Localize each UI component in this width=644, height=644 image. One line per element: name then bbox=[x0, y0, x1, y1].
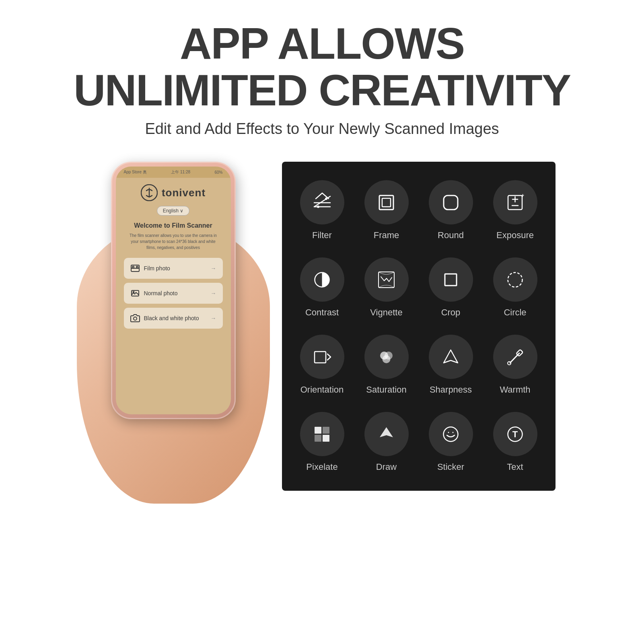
text-circle: T bbox=[493, 412, 537, 456]
svg-point-6 bbox=[133, 292, 134, 293]
saturation-icon bbox=[375, 346, 397, 368]
phone-screen: App Store 奥 上午 11:28 60% bbox=[116, 167, 231, 414]
logo-icon bbox=[141, 184, 158, 201]
pixelate-label: Pixelate bbox=[306, 462, 337, 472]
icon-item-sharpness[interactable]: Sharpness bbox=[419, 328, 483, 401]
svg-text:+: + bbox=[521, 193, 524, 198]
warmth-circle bbox=[493, 335, 537, 379]
circle-icon bbox=[504, 269, 526, 291]
language-label: English ∨ bbox=[163, 208, 184, 214]
svg-line-8 bbox=[316, 193, 322, 199]
icon-item-vignette[interactable]: Vignette bbox=[354, 251, 419, 324]
normal-photo-icon bbox=[130, 288, 140, 298]
icon-item-pixelate[interactable]: Pixelate bbox=[290, 405, 354, 479]
svg-point-27 bbox=[508, 272, 523, 287]
svg-point-41 bbox=[444, 427, 458, 441]
icon-item-saturation[interactable]: Saturation bbox=[354, 328, 419, 401]
icon-item-exposure[interactable]: + Exposure bbox=[483, 174, 547, 247]
svg-point-31 bbox=[383, 355, 391, 363]
svg-point-7 bbox=[134, 317, 137, 320]
text-icon: T bbox=[504, 423, 526, 445]
draw-icon bbox=[375, 423, 397, 445]
logo-text: tonivent bbox=[162, 187, 206, 199]
menu-item-bw[interactable]: Black and white photo → bbox=[124, 308, 223, 329]
draw-circle bbox=[364, 412, 409, 456]
language-dropdown[interactable]: English ∨ bbox=[157, 206, 190, 216]
menu-item-film[interactable]: Film photo → bbox=[124, 258, 223, 279]
menu-item-normal[interactable]: Normal photo → bbox=[124, 283, 223, 304]
film-icon bbox=[130, 263, 140, 273]
svg-rect-26 bbox=[445, 274, 457, 286]
bw-photo-icon bbox=[130, 313, 140, 323]
svg-rect-37 bbox=[323, 427, 329, 434]
svg-rect-38 bbox=[315, 435, 321, 442]
icon-item-frame[interactable]: Frame bbox=[354, 174, 419, 247]
icon-item-circle[interactable]: Circle bbox=[483, 251, 547, 324]
app-logo: tonivent bbox=[141, 184, 206, 201]
bw-photo-label: Black and white photo bbox=[144, 315, 199, 321]
sticker-label: Sticker bbox=[437, 462, 464, 472]
icon-item-orientation[interactable]: Orientation bbox=[290, 328, 354, 401]
bw-arrow: → bbox=[211, 315, 216, 321]
svg-text:T: T bbox=[512, 429, 518, 439]
svg-rect-16 bbox=[382, 198, 391, 207]
filter-circle bbox=[300, 180, 344, 224]
svg-rect-3 bbox=[136, 266, 138, 268]
svg-marker-40 bbox=[380, 427, 393, 437]
pixelate-circle bbox=[300, 412, 344, 456]
title-line2: UNLIMITED CREATIVITY bbox=[74, 65, 570, 115]
exposure-label: Exposure bbox=[496, 230, 534, 241]
exposure-circle: + bbox=[493, 180, 537, 224]
normal-photo-label: Normal photo bbox=[144, 290, 178, 296]
exposure-icon: + bbox=[504, 191, 526, 214]
text-label: Text bbox=[507, 462, 523, 472]
icons-panel: Filter Frame Round bbox=[282, 162, 556, 491]
filter-icon bbox=[311, 191, 333, 214]
svg-point-13 bbox=[325, 198, 327, 200]
svg-rect-39 bbox=[323, 435, 329, 442]
status-bar-right: 60% bbox=[214, 170, 222, 175]
status-bar-left: App Store 奥 bbox=[124, 169, 147, 175]
crop-label: Crop bbox=[441, 307, 461, 318]
icon-item-text[interactable]: T Text bbox=[483, 405, 547, 479]
phone-hand-area: App Store 奥 上午 11:28 60% bbox=[89, 162, 258, 504]
welcome-desc: The film scanner allows you to use the c… bbox=[124, 232, 223, 251]
icon-item-round[interactable]: Round bbox=[419, 174, 483, 247]
svg-rect-28 bbox=[315, 352, 326, 363]
saturation-circle bbox=[364, 335, 409, 379]
pixelate-icon bbox=[311, 423, 333, 445]
round-icon bbox=[440, 191, 462, 214]
svg-rect-36 bbox=[315, 427, 321, 434]
icon-item-sticker[interactable]: Sticker bbox=[419, 405, 483, 479]
icon-item-crop[interactable]: Crop bbox=[419, 251, 483, 324]
draw-label: Draw bbox=[376, 462, 397, 472]
contrast-label: Contrast bbox=[305, 307, 339, 318]
icon-item-contrast[interactable]: Contrast bbox=[290, 251, 354, 324]
vignette-label: Vignette bbox=[370, 307, 402, 318]
icon-item-draw[interactable]: Draw bbox=[354, 405, 419, 479]
title-line1: APP ALLOWS bbox=[180, 19, 464, 68]
status-bar-center: 上午 11:28 bbox=[171, 169, 190, 175]
welcome-title: Welcome to Film Scanner bbox=[134, 222, 212, 229]
normal-arrow: → bbox=[211, 290, 216, 296]
sharpness-circle bbox=[429, 335, 473, 379]
filter-label: Filter bbox=[312, 230, 332, 241]
orientation-label: Orientation bbox=[300, 385, 344, 395]
icon-item-filter[interactable]: Filter bbox=[290, 174, 354, 247]
app-content: tonivent English ∨ Welcome to Film Scann… bbox=[116, 178, 231, 339]
svg-rect-17 bbox=[444, 195, 458, 210]
crop-icon bbox=[440, 269, 462, 291]
sharpness-icon bbox=[440, 346, 462, 368]
svg-rect-2 bbox=[132, 266, 134, 268]
frame-label: Frame bbox=[374, 230, 399, 241]
sharpness-label: Sharpness bbox=[430, 385, 472, 395]
orientation-circle bbox=[300, 335, 344, 379]
status-bar: App Store 奥 上午 11:28 60% bbox=[116, 167, 231, 178]
vignette-circle bbox=[364, 257, 409, 302]
phone-container: App Store 奥 上午 11:28 60% bbox=[89, 162, 258, 504]
warmth-label: Warmth bbox=[500, 385, 530, 395]
vignette-icon bbox=[375, 269, 397, 291]
header-section: APP ALLOWS UNLIMITED CREATIVITY Edit and… bbox=[0, 0, 644, 138]
content-area: App Store 奥 上午 11:28 60% bbox=[0, 162, 644, 504]
icon-item-warmth[interactable]: Warmth bbox=[483, 328, 547, 401]
